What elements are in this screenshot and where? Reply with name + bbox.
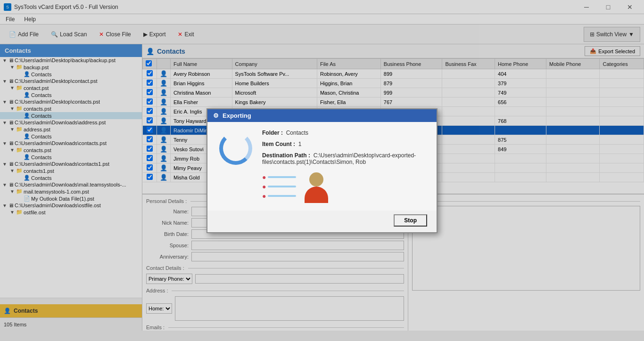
- bullet-2: ●: [262, 183, 266, 190]
- item-count-label: Item Count :: [262, 141, 295, 147]
- folder-label: Folder :: [262, 130, 283, 136]
- modal-spinner: [217, 130, 255, 167]
- modal-overlay: ⚙ Exporting Folder : Contacts Item Count…: [0, 0, 644, 341]
- bullet-1: ●: [262, 173, 266, 181]
- line-1: ●: [262, 173, 296, 181]
- modal-title-bar: ⚙ Exporting: [207, 109, 437, 122]
- folder-value: Contacts: [286, 130, 308, 136]
- spinner-arc: [219, 132, 252, 165]
- folder-row: Folder : Contacts: [262, 130, 427, 136]
- line-bar-2: [268, 186, 296, 187]
- modal-title: Exporting: [223, 112, 251, 119]
- item-count-value: 1: [298, 141, 302, 147]
- line-bar-3: [268, 195, 296, 197]
- item-count-row: Item Count : 1: [262, 141, 427, 147]
- avatar-body: [305, 187, 328, 203]
- dest-row: Destination Path : C:\Users\admin\Deskto…: [262, 152, 427, 165]
- avatar-container: [300, 170, 333, 203]
- modal-body: Folder : Contacts Item Count : 1 Destina…: [207, 122, 437, 211]
- dest-label: Destination Path :: [262, 152, 310, 159]
- modal-footer: Stop: [207, 211, 437, 232]
- line-2: ●: [262, 183, 296, 190]
- lines-decoration: ● ● ●: [262, 173, 296, 200]
- line-3: ●: [262, 192, 296, 200]
- line-bar-1: [268, 176, 296, 178]
- bullet-3: ●: [262, 192, 266, 200]
- avatar-head: [309, 172, 323, 187]
- exporting-icon: ⚙: [213, 112, 219, 119]
- stop-button[interactable]: Stop: [394, 214, 427, 227]
- modal-info: Folder : Contacts Item Count : 1 Destina…: [262, 130, 427, 203]
- decoration-area: ● ● ●: [262, 170, 427, 203]
- exporting-modal: ⚙ Exporting Folder : Contacts Item Count…: [206, 108, 438, 233]
